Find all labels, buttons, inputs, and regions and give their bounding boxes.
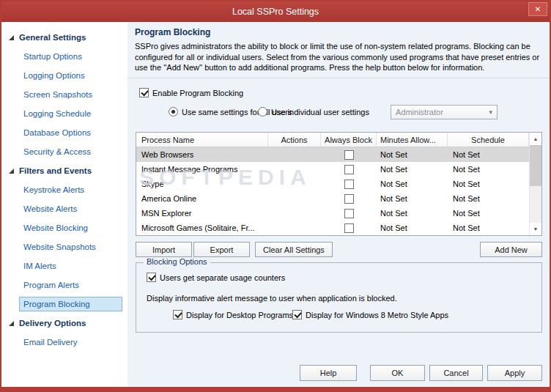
sidebar-section-label: General Settings bbox=[19, 33, 86, 42]
add-new-button[interactable]: Add New bbox=[480, 242, 542, 257]
table-row-web-browsers[interactable]: Web Browsers Not Set Not Set bbox=[136, 147, 529, 162]
cell-process-name: Web Browsers bbox=[136, 150, 268, 159]
radio-label: Use individual user settings bbox=[271, 108, 369, 117]
cancel-button[interactable]: Cancel bbox=[429, 365, 483, 381]
sidebar-item-logging-schedule[interactable]: Logging Schedule bbox=[1, 104, 127, 123]
scroll-down-icon[interactable]: ▼ bbox=[530, 223, 541, 235]
column-header-schedule[interactable]: Schedule bbox=[448, 133, 529, 147]
sidebar-item-email-delivery[interactable]: Email Delivery bbox=[1, 333, 127, 352]
process-table: Process Name Actions Always Block Minute… bbox=[136, 132, 542, 236]
sidebar-section-delivery-options[interactable]: Delivery Options bbox=[1, 314, 127, 333]
scrollbar-track[interactable] bbox=[530, 145, 541, 223]
checkbox-box[interactable] bbox=[139, 88, 149, 97]
sidebar-section-general-settings[interactable]: General Settings bbox=[1, 28, 127, 47]
table-row-instant-message-programs[interactable]: Instant Message Programs Not Set Not Set bbox=[136, 162, 529, 177]
titlebar[interactable]: Local SSPro Settings bbox=[1, 1, 550, 22]
sidebar-section-filters-events[interactable]: Filters and Events bbox=[1, 161, 127, 180]
apply-button[interactable]: Apply bbox=[487, 365, 542, 381]
radio-individual-user-settings[interactable]: Use individual user settings bbox=[258, 107, 369, 117]
table-scrollbar[interactable]: ▲ ▼ bbox=[529, 133, 541, 235]
export-button[interactable]: Export bbox=[193, 242, 250, 257]
display-desktop-programs-checkbox[interactable]: Display for Desktop Programs bbox=[173, 310, 293, 319]
checkbox-label: Display for Windows 8 Metro Style Apps bbox=[306, 311, 448, 319]
sidebar-item-label: Logging Options bbox=[23, 71, 85, 80]
cell-schedule: Not Set bbox=[448, 150, 529, 159]
user-select-dropdown[interactable]: Administrator ▾ bbox=[391, 105, 498, 119]
cell-minutes-allowed: Not Set bbox=[377, 223, 448, 232]
sidebar-item-label: Website Blocking bbox=[23, 223, 88, 232]
table-row-america-online[interactable]: America Online Not Set Not Set bbox=[136, 191, 529, 206]
sidebar-item-keystroke-alerts[interactable]: Keystroke Alerts bbox=[1, 180, 127, 199]
sidebar-item-program-alerts[interactable]: Program Alerts bbox=[1, 275, 127, 295]
sidebar-item-im-alerts[interactable]: IM Alerts bbox=[1, 256, 127, 275]
radio-dot[interactable] bbox=[258, 107, 267, 117]
sidebar-item-website-blocking[interactable]: Website Blocking bbox=[1, 218, 127, 237]
cell-process-name: MSN Explorer bbox=[136, 209, 268, 218]
sidebar-item-website-alerts[interactable]: Website Alerts bbox=[1, 199, 127, 218]
always-block-checkbox[interactable] bbox=[344, 180, 354, 189]
table-row-skype[interactable]: Skype Not Set Not Set bbox=[136, 177, 529, 191]
cell-minutes-allowed: Not Set bbox=[377, 194, 448, 203]
scrollbar-thumb[interactable] bbox=[530, 145, 541, 186]
always-block-checkbox[interactable] bbox=[344, 223, 354, 233]
cell-schedule: Not Set bbox=[448, 165, 529, 174]
sidebar-item-label: IM Alerts bbox=[23, 262, 56, 270]
sidebar-item-logging-options[interactable]: Logging Options bbox=[1, 66, 127, 85]
cell-schedule: Not Set bbox=[448, 180, 529, 188]
checkbox-label: Users get separate usage counters bbox=[160, 273, 285, 282]
cell-schedule: Not Set bbox=[448, 209, 529, 218]
chevron-down-icon: ▾ bbox=[489, 108, 492, 116]
sidebar-item-screen-snapshots[interactable]: Screen Snapshots bbox=[1, 85, 127, 104]
sidebar-item-startup-options[interactable]: Startup Options bbox=[1, 47, 127, 66]
always-block-checkbox[interactable] bbox=[344, 209, 354, 218]
column-header-process-name[interactable]: Process Name bbox=[136, 133, 268, 147]
column-header-minutes-allowed[interactable]: Minutes Allow... bbox=[377, 133, 448, 147]
separate-usage-counters-checkbox[interactable]: Users get separate usage counters bbox=[147, 273, 285, 282]
sidebar-item-label: Keystroke Alerts bbox=[23, 185, 84, 194]
display-metro-apps-checkbox[interactable]: Display for Windows 8 Metro Style Apps bbox=[292, 310, 448, 319]
clear-all-settings-button[interactable]: Clear All Settings bbox=[255, 242, 333, 257]
expand-triangle-icon bbox=[9, 35, 14, 40]
sidebar-section-label: Filters and Events bbox=[19, 166, 92, 175]
cell-schedule: Not Set bbox=[448, 194, 529, 203]
scroll-up-icon[interactable]: ▲ bbox=[530, 133, 541, 145]
checkbox-label: Enable Program Blocking bbox=[152, 89, 243, 97]
dropdown-value: Administrator bbox=[396, 108, 489, 117]
cell-process-name: America Online bbox=[136, 194, 268, 203]
checkbox-box[interactable] bbox=[173, 310, 182, 319]
cell-schedule: Not Set bbox=[448, 223, 529, 232]
window-title: Local SSPro Settings bbox=[232, 7, 319, 17]
sidebar-section-label: Delivery Options bbox=[19, 319, 86, 328]
always-block-checkbox[interactable] bbox=[344, 165, 354, 174]
sidebar-item-label: Screen Snapshots bbox=[23, 90, 92, 99]
blocking-options-group: Blocking Options Users get separate usag… bbox=[136, 262, 542, 333]
import-button[interactable]: Import bbox=[136, 242, 192, 257]
always-block-checkbox[interactable] bbox=[344, 150, 354, 160]
table-actions-row: Import Export Clear All Settings Add New bbox=[136, 242, 542, 257]
table-row-microsoft-games[interactable]: Microsoft Games (Solitaire, Fr... Not Se… bbox=[136, 221, 529, 235]
alert-message-info-text: Display informative alert message to use… bbox=[147, 294, 397, 303]
close-icon: ✕ bbox=[535, 5, 541, 13]
enable-program-blocking-checkbox[interactable]: Enable Program Blocking bbox=[139, 88, 243, 97]
sidebar-item-label: Security & Access bbox=[23, 147, 91, 156]
page-header: Program Blocking SSPro gives administrat… bbox=[127, 22, 550, 78]
column-header-actions[interactable]: Actions bbox=[268, 133, 321, 147]
settings-window: Local SSPro Settings ✕ General Settings … bbox=[0, 0, 551, 392]
sidebar-item-label: Program Blocking bbox=[23, 300, 90, 308]
table-row-msn-explorer[interactable]: MSN Explorer Not Set Not Set bbox=[136, 206, 529, 221]
column-header-always-block[interactable]: Always Block bbox=[321, 133, 377, 147]
radio-dot[interactable] bbox=[169, 107, 178, 117]
sidebar-item-website-snapshots[interactable]: Website Snapshots bbox=[1, 237, 127, 256]
checkbox-box[interactable] bbox=[147, 273, 156, 282]
sidebar-item-label: Database Options bbox=[23, 128, 91, 137]
sidebar-item-database-options[interactable]: Database Options bbox=[1, 123, 127, 142]
sidebar-item-program-blocking[interactable]: Program Blocking bbox=[1, 295, 127, 314]
window-body: General Settings Startup Options Logging… bbox=[1, 22, 550, 387]
cell-minutes-allowed: Not Set bbox=[377, 209, 448, 218]
always-block-checkbox[interactable] bbox=[344, 194, 354, 204]
close-button[interactable]: ✕ bbox=[528, 2, 547, 16]
ok-button[interactable]: OK bbox=[370, 365, 425, 381]
checkbox-box[interactable] bbox=[292, 310, 302, 319]
help-button[interactable]: Help bbox=[300, 365, 357, 381]
sidebar-item-security-access[interactable]: Security & Access bbox=[1, 142, 127, 161]
